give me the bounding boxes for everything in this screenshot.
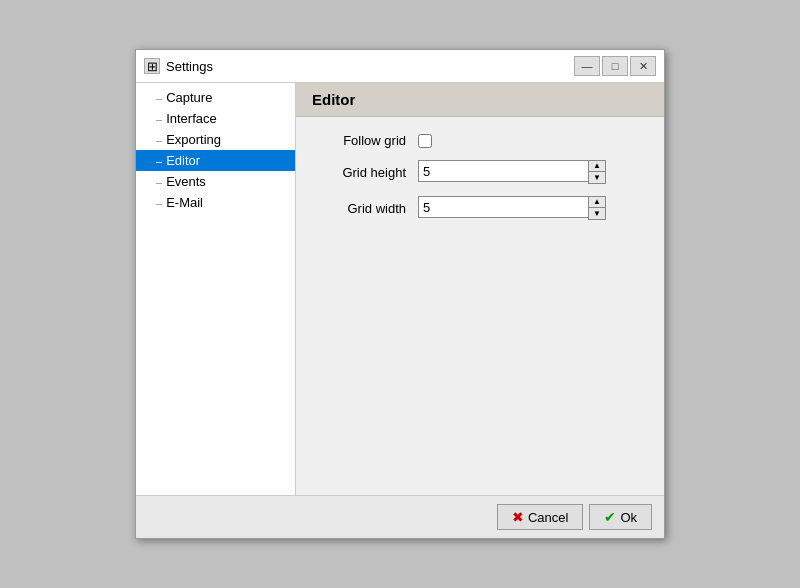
sidebar-label-editor: Editor [166,153,200,168]
sidebar-item-interface[interactable]: Interface [136,108,295,129]
grid-width-spin-down[interactable]: ▼ [589,208,605,219]
sidebar-item-exporting[interactable]: Exporting [136,129,295,150]
title-bar: ⊞ Settings — □ ✕ [136,50,664,83]
grid-width-spinbox: ▲ ▼ [418,196,606,220]
grid-height-spinbox: ▲ ▼ [418,160,606,184]
sidebar-label-capture: Capture [166,90,212,105]
follow-grid-row: Follow grid [316,133,644,148]
grid-height-row: Grid height ▲ ▼ [316,160,644,184]
follow-grid-checkbox[interactable] [418,134,432,148]
cancel-button[interactable]: ✖ Cancel [497,504,583,530]
content-area: Capture Interface Exporting Editor Event… [136,83,664,495]
sidebar-item-email[interactable]: E-Mail [136,192,295,213]
title-bar-left: ⊞ Settings [144,58,213,74]
sidebar-item-events[interactable]: Events [136,171,295,192]
bottom-bar: ✖ Cancel ✔ Ok [136,495,664,538]
sidebar-label-email: E-Mail [166,195,203,210]
grid-height-spin-up[interactable]: ▲ [589,161,605,172]
minimize-button[interactable]: — [574,56,600,76]
grid-width-label: Grid width [316,201,406,216]
grid-width-spin-up[interactable]: ▲ [589,197,605,208]
window-title: Settings [166,59,213,74]
cancel-label: Cancel [528,510,568,525]
maximize-button[interactable]: □ [602,56,628,76]
window-icon: ⊞ [144,58,160,74]
ok-label: Ok [620,510,637,525]
sidebar-label-interface: Interface [166,111,217,126]
grid-height-label: Grid height [316,165,406,180]
title-buttons: — □ ✕ [574,56,656,76]
follow-grid-checkbox-wrapper [418,134,432,148]
grid-width-spin-buttons: ▲ ▼ [588,196,606,220]
close-button[interactable]: ✕ [630,56,656,76]
panel-body: Follow grid Grid height ▲ ▼ [296,117,664,495]
ok-icon: ✔ [604,509,616,525]
ok-button[interactable]: ✔ Ok [589,504,652,530]
panel-title: Editor [312,91,355,108]
sidebar: Capture Interface Exporting Editor Event… [136,83,296,495]
sidebar-item-capture[interactable]: Capture [136,87,295,108]
sidebar-item-editor[interactable]: Editor [136,150,295,171]
follow-grid-label: Follow grid [316,133,406,148]
main-panel: Editor Follow grid Grid height ▲ [296,83,664,495]
sidebar-label-events: Events [166,174,206,189]
settings-window: ⊞ Settings — □ ✕ Capture Interface Expor… [135,49,665,539]
sidebar-label-exporting: Exporting [166,132,221,147]
grid-width-input[interactable] [418,196,588,218]
panel-header: Editor [296,83,664,117]
grid-height-spin-down[interactable]: ▼ [589,172,605,183]
grid-width-row: Grid width ▲ ▼ [316,196,644,220]
grid-height-spin-buttons: ▲ ▼ [588,160,606,184]
cancel-icon: ✖ [512,509,524,525]
grid-height-input[interactable] [418,160,588,182]
